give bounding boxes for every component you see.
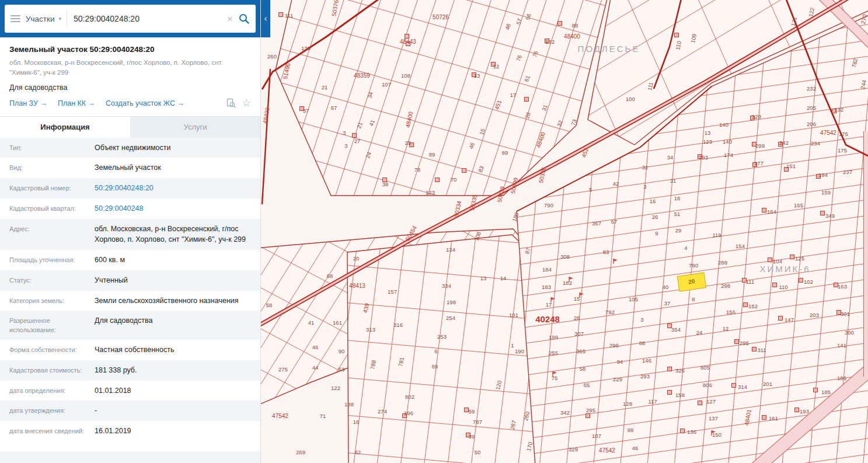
info-row-label: Кадастровая стоимость:	[0, 365, 88, 376]
parcel-number-label: 253	[437, 333, 447, 340]
parcel-number-label: 90	[339, 348, 345, 354]
parcel-number-label: 69	[432, 363, 438, 370]
parcel-number-label: 89	[429, 151, 435, 158]
menu-icon[interactable]	[11, 15, 20, 22]
parcel-number-label: 354	[671, 326, 681, 333]
parcel-number-label: 186	[837, 375, 846, 381]
parcel-number-label: 295	[740, 340, 749, 346]
parcel-number-label: 110	[779, 284, 787, 290]
info-row-value: Для садоводства	[88, 315, 260, 335]
plan-zu-link[interactable]: План ЗУ →	[9, 99, 47, 107]
info-row: дата внесения сведений:16.01.2019	[0, 421, 260, 441]
parcel-number-label: 201	[763, 381, 772, 387]
parcel-number-label: 94	[617, 358, 623, 365]
info-row-label: Тип:	[0, 142, 88, 154]
info-row-value: 600 кв. м	[88, 255, 260, 266]
info-row: Статус:Учтенный	[0, 270, 260, 291]
parcel-number-label: 24	[696, 329, 703, 336]
parcel-number-label: 20	[353, 255, 360, 262]
info-row-value: Земельный участок	[88, 162, 260, 173]
parcel-number-label: 88	[572, 22, 578, 29]
parcel-number-label: 3	[343, 130, 346, 136]
create-parcel-link[interactable]: Создать участок ЖС →	[106, 99, 184, 107]
parcel-number-label: 27	[354, 138, 361, 144]
parcel-number-label: 175	[839, 131, 848, 137]
tab-information[interactable]: Информация	[0, 117, 130, 138]
parcel-number-label: 182	[563, 280, 572, 286]
info-row-label: дата утверждения:	[0, 405, 88, 416]
info-row-label: Кадастровый квартал:	[0, 203, 88, 214]
parcel-number-label: 13	[474, 72, 480, 79]
parcel-number-label: 298	[721, 283, 730, 289]
info-row-label: Кадастровый номер:	[0, 183, 88, 194]
parcel-number-label: 67	[611, 218, 618, 225]
info-row: Кадастровый квартал:50:29:0040248	[0, 199, 260, 219]
parcel-number-label: 299	[755, 142, 765, 149]
sidebar: Участки ▾ × Земельный участок 50:29:0040…	[0, 0, 261, 463]
parcel-number-label: 147	[785, 316, 794, 323]
parcel-number-label: 50	[475, 449, 481, 455]
parcel-number-label: 67	[331, 105, 337, 111]
parcel-number-label: 288	[718, 259, 727, 266]
parcel-number-label: 16	[650, 198, 656, 204]
parcel-number-label: 193	[800, 408, 809, 415]
parcel-number-label: 8	[692, 296, 695, 302]
parcel-number-label: 190	[515, 348, 524, 354]
info-row: Вид:Земельный участок	[0, 158, 260, 178]
parcel-number-label: 159	[821, 189, 831, 196]
place-name-label: ХИМИК-6	[759, 264, 810, 274]
page-title: Земельный участок 50:29:0040248:20	[9, 45, 251, 54]
parcel-number-label: 177	[754, 160, 764, 166]
parcel-number-label: 12	[493, 63, 500, 69]
parcel-number-label: 152	[748, 303, 758, 309]
search-category-dropdown[interactable]: Участки ▾	[26, 15, 61, 23]
clear-search-icon[interactable]: ×	[227, 14, 233, 24]
info-row-value-link[interactable]: 50:29:0040248	[88, 203, 260, 214]
search-icon[interactable]	[238, 13, 250, 25]
search-pill: Участки ▾ ×	[5, 5, 256, 33]
parcel-number-label: 780	[689, 262, 698, 269]
map-canvas[interactable]: 1112601385149648359484435072650376213767…	[261, 0, 868, 463]
parcel-number-label: 37	[664, 300, 671, 307]
parcel-number-label: 122	[331, 385, 340, 391]
parcel-number-label: 275	[278, 366, 288, 373]
parcel-number-label: 313	[366, 326, 375, 333]
parcel-number-label: 161	[769, 415, 778, 422]
parcel-number-label: 71	[320, 413, 326, 419]
parcel-number-label: 12	[723, 325, 729, 332]
parcel-number-label: 128	[623, 401, 632, 407]
parcel-number-label: 5	[589, 186, 592, 193]
parcel-number-label: 185	[821, 389, 831, 395]
parcel-number-label: 104	[773, 258, 782, 264]
parcel-number-label: 53	[339, 366, 345, 373]
parcel-number-label: 269	[296, 449, 305, 455]
tab-services[interactable]: Услуги	[130, 117, 260, 138]
parcel-number-label: 802	[405, 394, 414, 400]
plan-kk-link[interactable]: План КК →	[58, 99, 95, 107]
parcel-number-label: 117	[648, 398, 657, 405]
favorite-star-icon[interactable]: ☆	[242, 98, 251, 108]
search-input[interactable]	[72, 13, 222, 24]
info-row-value: Частная собственность	[88, 344, 260, 356]
info-row-value-link[interactable]: 50:29:0040248:20	[88, 183, 260, 194]
chevron-left-icon: ‹	[264, 13, 267, 24]
info-row: Категория земель:Земли сельскохозяйствен…	[0, 291, 260, 311]
parcel-number-label: 68	[327, 273, 333, 279]
parcel-number-label: 101	[509, 312, 518, 318]
parcel-number-label: 194	[818, 172, 828, 178]
parcel-number-label: 132	[545, 39, 555, 45]
parcel-number-label: 29	[675, 227, 682, 234]
parcel-number-label: 111	[746, 279, 754, 285]
parcel-number-label: 34	[667, 154, 674, 161]
parcel-number-label: 138	[301, 45, 311, 51]
parcel-number-label: 39	[469, 433, 475, 440]
parcel-number-label: 790	[544, 202, 553, 208]
parcel-number-label: 3	[643, 183, 646, 190]
parcel-number-label: 367	[592, 220, 601, 227]
parcel-number-label: 102	[804, 279, 813, 285]
doc-search-icon[interactable]	[226, 98, 236, 109]
parcel-number-label: 242	[779, 140, 789, 146]
parcel-number-label: 17	[546, 301, 552, 308]
parcel-number-label: 3	[640, 316, 643, 323]
sidebar-collapse-button[interactable]: ‹	[261, 0, 270, 37]
